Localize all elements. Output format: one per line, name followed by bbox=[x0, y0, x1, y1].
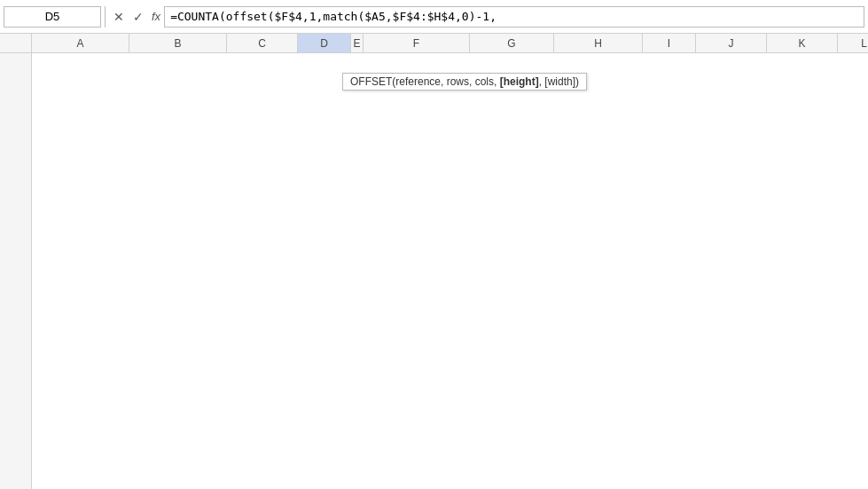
col-header-J[interactable]: J bbox=[696, 34, 767, 52]
confirm-button[interactable]: ✓ bbox=[129, 10, 148, 24]
spreadsheet: A B C D E F G H I J K L OFFSET(reference… bbox=[0, 34, 868, 489]
cancel-button[interactable]: ✕ bbox=[109, 10, 129, 24]
col-header-K[interactable]: K bbox=[767, 34, 838, 52]
col-header-L[interactable]: L bbox=[838, 34, 868, 52]
grid-cells: OFFSET(reference, rows, cols, [height], … bbox=[32, 53, 868, 489]
formula-divider bbox=[105, 6, 106, 28]
formula-input[interactable] bbox=[164, 6, 864, 28]
formula-tooltip: OFFSET(reference, rows, cols, [height], … bbox=[342, 73, 587, 91]
fx-label: fx bbox=[152, 10, 160, 23]
name-box[interactable] bbox=[4, 6, 101, 28]
col-header-H[interactable]: H bbox=[554, 34, 643, 52]
col-header-C[interactable]: C bbox=[227, 34, 298, 52]
row-numbers bbox=[0, 53, 32, 489]
corner-spacer bbox=[0, 34, 32, 52]
col-header-D[interactable]: D bbox=[298, 34, 351, 52]
col-headers: A B C D E F G H I J K L bbox=[0, 34, 868, 53]
col-header-B[interactable]: B bbox=[129, 34, 227, 52]
col-header-F[interactable]: F bbox=[364, 34, 470, 52]
col-header-E[interactable]: E bbox=[351, 34, 364, 52]
col-header-G[interactable]: G bbox=[470, 34, 554, 52]
grid-body: OFFSET(reference, rows, cols, [height], … bbox=[0, 53, 868, 489]
col-header-A[interactable]: A bbox=[32, 34, 129, 52]
col-header-I[interactable]: I bbox=[643, 34, 696, 52]
